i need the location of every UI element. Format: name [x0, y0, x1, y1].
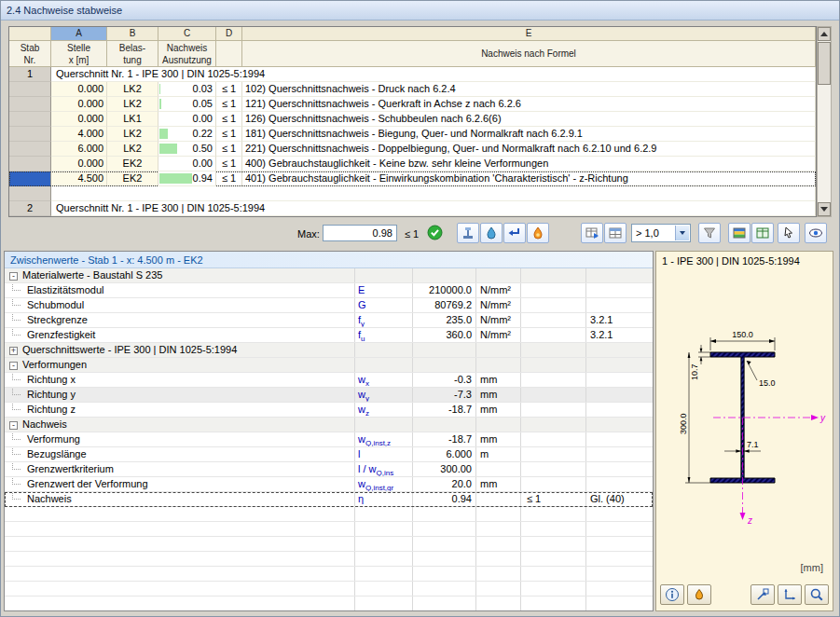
detail-row[interactable]: VerformungwQ,inst,z-18.7mm — [5, 432, 653, 447]
export-graphic-button[interactable] — [750, 584, 775, 605]
detail-row[interactable]: -Materialwerte - Baustahl S 235 — [5, 268, 653, 283]
filter-button[interactable] — [698, 223, 721, 243]
max-label: Max: — [297, 228, 320, 240]
table-row[interactable]: 1Querschnitt Nr. 1 - IPE 300 | DIN 1025-… — [9, 67, 816, 82]
detail-row[interactable]: Grenzwert der VerformungwQ,inst,gr20.0mm — [5, 477, 653, 492]
cell-load: LK2 — [107, 142, 158, 157]
details-header: Zwischenwerte - Stab 1 - x: 4.500 m - EK… — [5, 252, 653, 268]
detail-row[interactable] — [5, 596, 653, 611]
expand-icon[interactable]: + — [9, 347, 18, 355]
result-colors-button[interactable] — [728, 223, 750, 243]
result-diagram-button[interactable] — [457, 223, 479, 243]
detail-unit: mm — [475, 432, 520, 446]
table-settings-icon — [608, 226, 623, 240]
detail-row[interactable]: ElastizitätsmodulE210000.0N/mm² — [5, 283, 653, 298]
detail-symbol: wx — [354, 373, 412, 387]
detail-row[interactable]: SchubmodulG80769.2N/mm² — [5, 298, 653, 313]
detail-extra — [520, 403, 585, 417]
cell-load: LK1 — [107, 112, 158, 127]
detail-row[interactable]: Bezugslängel6.000m — [5, 447, 653, 462]
detail-value: 235.0 — [412, 313, 475, 327]
column-letter-E[interactable]: E — [242, 27, 816, 41]
detail-row[interactable]: Richtung zwz-18.7mm — [5, 403, 653, 418]
detail-extra — [520, 388, 585, 402]
detail-row[interactable]: Richtung ywy-7.3mm — [5, 388, 653, 403]
pick-object-button[interactable] — [778, 223, 800, 243]
column-header-B: Belas-tung — [107, 41, 158, 67]
detail-value — [412, 343, 475, 357]
detail-row[interactable]: Grenzfestigkeitfu360.0N/mm²3.2.1 — [5, 328, 653, 343]
scroll-thumb[interactable] — [818, 42, 831, 85]
utilization-filter-dropdown[interactable]: > 1,0 — [631, 224, 691, 242]
collapse-icon[interactable]: - — [9, 362, 18, 370]
table-row[interactable] — [9, 186, 816, 201]
detail-row[interactable]: -Verformungen — [5, 358, 653, 373]
detail-row[interactable] — [5, 552, 653, 567]
column-letter-D[interactable]: D — [216, 27, 242, 41]
dim-height-label: 300.0 — [679, 413, 688, 434]
export-table-button[interactable] — [581, 223, 603, 243]
detail-row[interactable]: Streckgrenzefy235.0N/mm²3.2.1 — [5, 313, 653, 328]
detail-row[interactable] — [5, 537, 653, 552]
zoom-button[interactable] — [805, 584, 829, 605]
table-row[interactable]: 0.000LK10.00≤ 1126) Querschnittsnachweis… — [9, 112, 816, 127]
row-header — [9, 186, 51, 201]
tree-branch — [12, 462, 21, 470]
cell-load: LK2 — [107, 82, 158, 97]
cell-limit: ≤ 1 — [216, 82, 242, 97]
detail-row[interactable]: +Querschnittswerte - IPE 300 | DIN 1025-… — [5, 343, 653, 358]
table-row[interactable]: 0.000LK20.03≤ 1102) Querschnittsnachweis… — [9, 82, 816, 97]
scroll-down-button[interactable] — [818, 202, 831, 216]
detail-symbol — [354, 522, 412, 536]
detail-row[interactable] — [5, 507, 653, 522]
table-row[interactable]: 4.000LK20.22≤ 1181) Querschnittsnachweis… — [9, 127, 816, 142]
detail-extra — [520, 522, 585, 536]
detail-row[interactable]: -Nachweis — [5, 418, 653, 432]
dim-width-label: 150.0 — [732, 330, 753, 339]
excel-export-icon — [755, 226, 770, 240]
table-row[interactable]: 2Querschnitt Nr. 1 - IPE 300 | DIN 1025-… — [9, 201, 816, 216]
dimension-icon — [782, 587, 797, 602]
filter-value: > 1,0 — [636, 227, 659, 239]
collapse-icon[interactable]: - — [9, 421, 18, 430]
colors-button[interactable] — [687, 584, 711, 605]
detail-symbol — [354, 567, 412, 581]
color-scale-button[interactable] — [480, 223, 503, 243]
table-settings-button[interactable] — [604, 223, 627, 243]
detail-value — [412, 567, 475, 581]
assign-results-button[interactable] — [503, 223, 526, 243]
table-row[interactable]: 0.000LK20.05≤ 1121) Querschnittsnachweis… — [9, 97, 816, 112]
chevron-down-icon[interactable] — [675, 226, 689, 240]
detail-symbol: wQ,inst,z — [354, 432, 412, 446]
detail-ref — [585, 477, 653, 491]
column-letter-A[interactable]: A — [51, 27, 107, 41]
table-row[interactable]: 6.000LK20.50≤ 1221) Querschnittsnachweis… — [9, 142, 816, 157]
detail-ref — [585, 388, 653, 402]
table-row[interactable]: 4.500EK20.94≤ 1401) Gebrauchstauglichkei… — [9, 171, 816, 186]
detail-row[interactable] — [5, 582, 653, 596]
scroll-up-button[interactable] — [818, 27, 831, 41]
excel-export-button[interactable] — [751, 223, 774, 243]
tree-branch — [12, 432, 21, 440]
dimension-button[interactable] — [778, 584, 802, 605]
extreme-values-icon — [530, 226, 545, 240]
cell-x: 6.000 — [51, 142, 107, 157]
detail-row[interactable] — [5, 567, 653, 582]
extreme-values-button[interactable] — [527, 223, 549, 243]
visibility-button[interactable] — [805, 223, 827, 243]
result-colors-icon — [732, 226, 747, 240]
collapse-icon[interactable]: - — [9, 272, 18, 281]
info-button[interactable] — [660, 584, 684, 605]
column-header-E: Nachweis nach Formel — [242, 41, 816, 67]
detail-row[interactable] — [5, 522, 653, 537]
detail-row[interactable]: Grenzwertkriteriuml / wQ,ins300.00 — [5, 462, 653, 477]
detail-row[interactable]: Nachweisη0.94≤ 1Gl. (40) — [5, 492, 653, 507]
table-scrollbar[interactable] — [817, 26, 832, 217]
z-axis-label: z — [747, 515, 752, 526]
detail-row[interactable]: Richtung xwx-0.3mm — [5, 373, 653, 388]
column-letter-C[interactable]: C — [158, 27, 216, 41]
detail-symbol: fy — [354, 313, 412, 327]
table-row[interactable]: 0.000EK20.00≤ 1400) Gebrauchstauglichkei… — [9, 157, 816, 171]
column-letter-B[interactable]: B — [107, 27, 158, 41]
row-header — [9, 112, 51, 127]
